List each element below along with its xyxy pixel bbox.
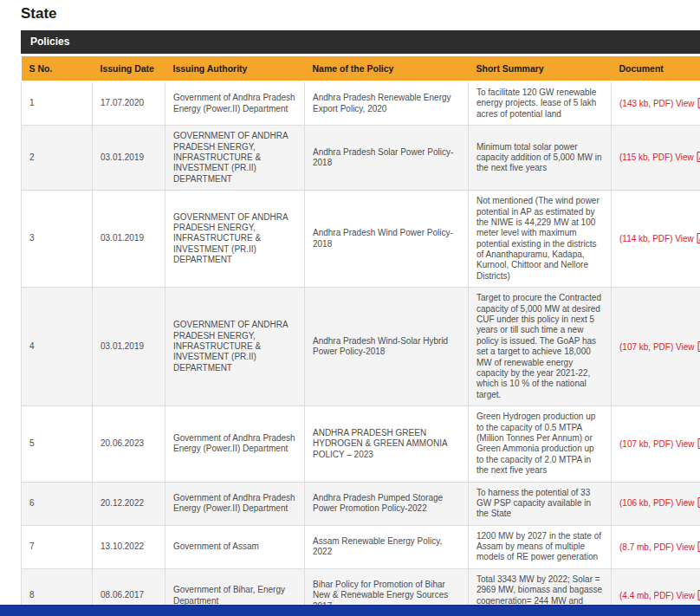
cell-issuing-authority: Government of Andhra Pradesh Energy (Pow… (165, 81, 305, 126)
cell-document: (114 kb, PDF) ViewA (612, 191, 700, 288)
table-row: 117.07.2020Government of Andhra Pradesh … (22, 81, 700, 126)
table-header-row: S No. Issuing Date Issuing Authority Nam… (22, 56, 700, 81)
cell-document: (115 kb, PDF) ViewA (612, 126, 700, 191)
pdf-icon: A (697, 341, 700, 352)
cell-issuing-authority: Government of Andhra Pradesh Energy (Pow… (165, 406, 305, 482)
document-view-link[interactable]: (106 kb, PDF) ViewA (619, 498, 700, 508)
cell-policy-name: Assam Renewable Energy Policy, 2022 (305, 525, 469, 568)
cell-issuing-date: 03.01.2019 (93, 191, 165, 288)
cell-short-summary: 1200 MW by 2027 in the state of Assam by… (469, 525, 612, 568)
column-header-document: Document (612, 56, 700, 81)
cell-short-summary: Not mentioned (The wind power potential … (469, 191, 612, 288)
cell-short-summary: Minimum total solar power capacity addit… (469, 126, 612, 191)
document-view-link[interactable]: (8.7 mb, PDF) ViewA (619, 542, 700, 552)
cell-sno: 6 (22, 482, 93, 525)
cell-sno: 3 (22, 191, 93, 288)
policies-panel-header: Policies (21, 30, 700, 54)
cell-policy-name: Andhra Pradesh Pumped Storage Power Prom… (305, 482, 469, 525)
document-view-link[interactable]: (143 kb, PDF) ViewA (619, 99, 700, 108)
pdf-icon: A (697, 98, 700, 108)
cell-short-summary: To facilitate 120 GW renewable energy pr… (469, 81, 612, 126)
pdf-icon: A (697, 438, 700, 449)
policies-panel: Policies S No. Issuing Date Issuing Auth… (21, 30, 700, 616)
page-title: State (21, 5, 700, 23)
pdf-icon: A (697, 233, 700, 243)
document-view-link[interactable]: (114 kb, PDF) ViewA (619, 234, 700, 243)
cell-policy-name: ANDHRA PRADESH GREEN HYDROGEN & GREEN AM… (305, 406, 469, 482)
cell-short-summary: Target to procure the Contracted capacit… (469, 288, 612, 406)
table-row: 403.01.2019GOVERNMENT OF ANDHRA PRADESH … (22, 288, 700, 406)
table-row: 520.06.2023Government of Andhra Pradesh … (22, 406, 700, 482)
policies-table: S No. Issuing Date Issuing Authority Nam… (21, 56, 700, 616)
cell-policy-name: Andhra Pradesh Renewable Energy Export P… (305, 81, 469, 126)
column-header-summary: Short Summary (469, 56, 612, 81)
cell-issuing-authority: GOVERNMENT OF ANDHRA PRADESH ENERGY, INF… (165, 126, 305, 191)
table-row: 713.10.2022Government of AssamAssam Rene… (22, 525, 700, 568)
column-header-sno: S No. (22, 56, 93, 81)
cell-issuing-authority: GOVERNMENT OF ANDHRA PRADESH ENERGY, INF… (165, 191, 305, 288)
cell-issuing-date: 17.07.2020 (93, 81, 165, 126)
cell-issuing-authority: GOVERNMENT OF ANDHRA PRADESH ENERGY, INF… (165, 288, 305, 406)
document-view-link[interactable]: (115 kb, PDF) ViewA (619, 152, 700, 162)
cell-sno: 5 (22, 406, 93, 482)
cell-document: (8.7 mb, PDF) ViewA (612, 525, 700, 568)
column-header-authority: Issuing Authority (165, 56, 305, 81)
table-row: 620.12.2022Government of Andhra Pradesh … (22, 482, 700, 525)
cell-policy-name: Andhra Pradesh Wind Power Policy-2018 (305, 191, 469, 288)
cell-document: (107 kb, PDF) ViewA (612, 406, 700, 482)
cell-short-summary: To harness the potential of 33 GW PSP ca… (469, 482, 612, 525)
document-view-link[interactable]: (4.4 mb, PDF) ViewA (619, 591, 700, 600)
cell-sno: 4 (22, 288, 93, 406)
cell-policy-name: Andhra Pradesh Wind-Solar Hybrid Power P… (305, 288, 469, 406)
cell-issuing-authority: Government of Assam (165, 525, 305, 568)
cell-issuing-date: 20.06.2023 (93, 406, 165, 482)
document-view-link[interactable]: (107 kb, PDF) ViewA (619, 342, 700, 352)
cell-document: (143 kb, PDF) ViewA (612, 81, 700, 126)
pdf-icon: A (697, 152, 700, 162)
cell-policy-name: Andhra Pradesh Solar Power Policy-2018 (305, 126, 469, 191)
cell-short-summary: Green Hydrogen production up to the capa… (469, 406, 612, 482)
cell-issuing-date: 20.12.2022 (93, 482, 165, 525)
cell-sno: 1 (22, 81, 93, 126)
cell-issuing-date: 03.01.2019 (93, 126, 165, 191)
table-row: 303.01.2019GOVERNMENT OF ANDHRA PRADESH … (22, 191, 700, 288)
footer-bar (0, 605, 700, 616)
column-header-date: Issuing Date (93, 56, 165, 81)
cell-issuing-date: 13.10.2022 (93, 525, 165, 568)
pdf-icon: A (697, 497, 700, 508)
cell-sno: 7 (22, 525, 93, 568)
cell-issuing-date: 03.01.2019 (93, 288, 165, 406)
cell-document: (107 kb, PDF) ViewA (612, 288, 700, 406)
column-header-policy: Name of the Policy (305, 56, 469, 81)
cell-sno: 2 (22, 126, 93, 191)
cell-issuing-authority: Government of Andhra Pradesh Energy (Pow… (165, 482, 305, 525)
table-row: 203.01.2019GOVERNMENT OF ANDHRA PRADESH … (22, 126, 700, 191)
cell-document: (106 kb, PDF) ViewA (612, 482, 700, 525)
document-view-link[interactable]: (107 kb, PDF) ViewA (619, 439, 700, 449)
